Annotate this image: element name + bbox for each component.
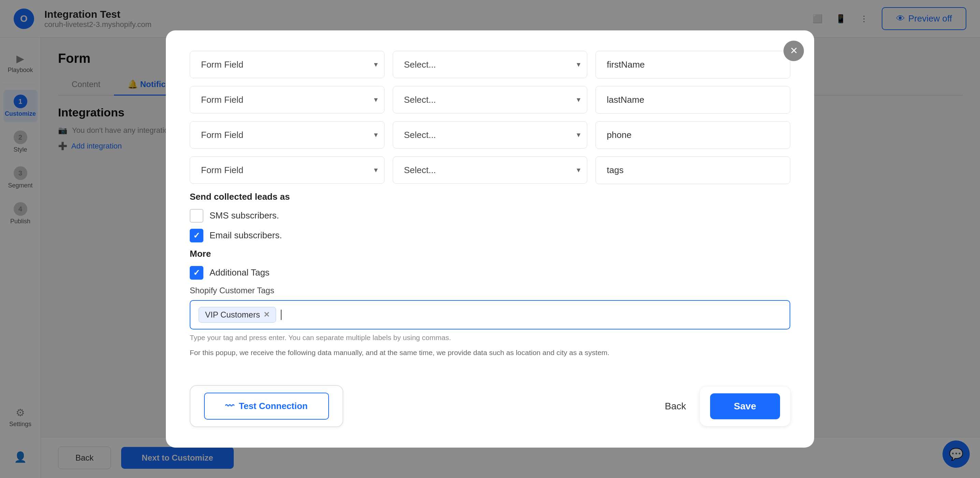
- send-section-label: Send collected leads as: [190, 191, 790, 202]
- field-row-3-text[interactable]: [595, 121, 790, 149]
- email-checkbox[interactable]: [190, 229, 204, 242]
- field-row-3-dropdown1[interactable]: Form Field ▾: [190, 121, 385, 149]
- modal-save-button[interactable]: Save: [710, 394, 780, 419]
- tags-input-area[interactable]: VIP Customers ✕: [190, 300, 790, 330]
- field-row-4-select1[interactable]: Form Field: [190, 156, 385, 184]
- field-row-3-dropdown2[interactable]: Select... ▾: [393, 121, 588, 149]
- field-row-2-select1[interactable]: Form Field: [190, 86, 385, 113]
- tags-cursor: [281, 310, 282, 320]
- modal-footer-right: Back Save: [665, 387, 790, 426]
- sms-checkbox-row: SMS subscribers.: [190, 209, 790, 223]
- field-row-4-select2[interactable]: Select...: [393, 156, 588, 184]
- field-row-1-text[interactable]: [595, 51, 790, 78]
- tag-chip-vip: VIP Customers ✕: [199, 307, 276, 323]
- test-connection-wrapper: 〰 Test Connection: [190, 385, 343, 427]
- tag-chip-remove[interactable]: ✕: [263, 311, 270, 319]
- modal: ✕ Form Field ▾ Select... ▾: [166, 30, 814, 448]
- save-button-wrapper: Save: [700, 387, 790, 426]
- additional-tags-row: Additional Tags: [190, 266, 790, 280]
- info-text: For this popup, we receive the following…: [190, 347, 790, 358]
- additional-tags-checkbox[interactable]: [190, 266, 204, 280]
- sms-checkbox[interactable]: [190, 209, 204, 223]
- field-row-4-text[interactable]: [595, 156, 790, 184]
- tags-hint-text: Type your tag and press enter. You can s…: [190, 334, 790, 342]
- more-section-label: More: [190, 249, 790, 259]
- wifi-icon: 〰: [225, 401, 234, 411]
- field-row-3-select1[interactable]: Form Field: [190, 121, 385, 148]
- field-row-3-select2[interactable]: Select...: [393, 121, 588, 148]
- email-checkbox-row: Email subscribers.: [190, 229, 790, 242]
- field-row-4-dropdown1[interactable]: Form Field ▾: [190, 156, 385, 184]
- tag-chip-label: VIP Customers: [205, 310, 260, 320]
- modal-close-button[interactable]: ✕: [783, 41, 804, 61]
- field-rows: Form Field ▾ Select... ▾ Form Field: [190, 51, 790, 184]
- field-row-4: Form Field ▾ Select... ▾: [190, 156, 790, 184]
- field-row-1-select1[interactable]: Form Field: [190, 51, 385, 78]
- modal-footer: 〰 Test Connection Back Save: [190, 375, 790, 427]
- field-row-3: Form Field ▾ Select... ▾: [190, 121, 790, 149]
- field-row-1-select2[interactable]: Select...: [393, 51, 588, 78]
- field-row-2-text[interactable]: [595, 86, 790, 114]
- shopify-tags-label: Shopify Customer Tags: [190, 286, 790, 295]
- modal-overlay: ✕ Form Field ▾ Select... ▾: [0, 0, 980, 478]
- field-row-4-dropdown2[interactable]: Select... ▾: [393, 156, 588, 184]
- field-row-1: Form Field ▾ Select... ▾: [190, 51, 790, 78]
- field-row-2: Form Field ▾ Select... ▾: [190, 86, 790, 114]
- field-row-2-dropdown2[interactable]: Select... ▾: [393, 86, 588, 114]
- field-row-2-dropdown1[interactable]: Form Field ▾: [190, 86, 385, 114]
- test-connection-button[interactable]: 〰 Test Connection: [204, 393, 329, 420]
- sms-checkbox-label: SMS subscribers.: [210, 210, 279, 221]
- field-row-1-dropdown2[interactable]: Select... ▾: [393, 51, 588, 78]
- field-row-1-dropdown1[interactable]: Form Field ▾: [190, 51, 385, 78]
- modal-back-button[interactable]: Back: [665, 401, 686, 412]
- email-checkbox-label: Email subscribers.: [210, 230, 282, 241]
- additional-tags-label: Additional Tags: [210, 267, 270, 278]
- field-row-2-select2[interactable]: Select...: [393, 86, 588, 113]
